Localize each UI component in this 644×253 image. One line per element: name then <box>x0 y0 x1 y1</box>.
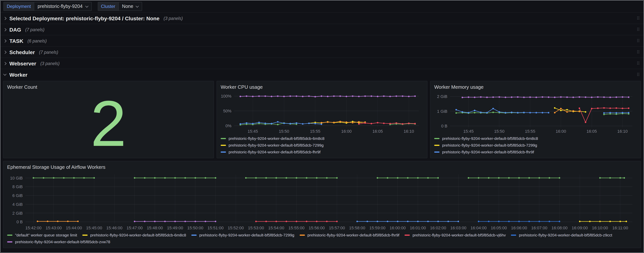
svg-text:15:45: 15:45 <box>463 129 474 134</box>
chevron-down-icon <box>85 4 88 8</box>
legend-item[interactable]: prehistoric-flyby-9204-worker-default-bf… <box>221 142 423 148</box>
row-drag-handle[interactable]: ⠿ <box>636 50 640 55</box>
svg-text:16:10: 16:10 <box>404 129 414 134</box>
row-task[interactable]: TASK (6 panels) ⠿ <box>0 35 644 46</box>
row-drag-handle[interactable]: ⠿ <box>636 38 640 44</box>
legend-item[interactable]: prehistoric-flyby-9204-worker-default-bf… <box>300 232 400 238</box>
worker-cpu-panel: Worker CPU usage 15:4515:5015:5516:0016:… <box>216 81 428 158</box>
svg-text:15:47:00: 15:47:00 <box>126 226 143 230</box>
series-color-marker <box>7 234 12 236</box>
svg-text:15:54:00: 15:54:00 <box>268 226 284 230</box>
legend-item[interactable]: prehistoric-flyby-9204-worker-default-bf… <box>434 142 637 148</box>
legend-item[interactable]: prehistoric-flyby-9204-worker-default-bf… <box>221 136 423 141</box>
svg-text:0%: 0% <box>226 124 232 128</box>
svg-text:15:50: 15:50 <box>279 129 289 134</box>
row-drag-handle[interactable]: ⠿ <box>636 27 640 32</box>
series-color-marker <box>82 234 88 236</box>
deployment-variable: Deployment prehistoric-flyby-9204 <box>4 2 92 11</box>
legend-item[interactable]: prehistoric-flyby-9204-worker-default-bf… <box>221 149 423 155</box>
chevron-right-icon <box>4 50 6 54</box>
row-title: TASK <box>10 38 23 44</box>
series-color-marker <box>405 234 410 236</box>
svg-text:16:00: 16:00 <box>341 129 352 134</box>
row-worker[interactable]: Worker ⠿ <box>0 69 644 80</box>
cluster-variable-label: Cluster <box>98 2 118 11</box>
legend-item[interactable]: prehistoric-flyby-9204-worker-default-bf… <box>434 136 637 141</box>
legend-item[interactable]: prehistoric-flyby-9204-worker-default-bf… <box>511 232 612 238</box>
legend-item[interactable]: prehistoric-flyby-9204-worker-default-bf… <box>7 239 110 245</box>
svg-text:15:59:00: 15:59:00 <box>369 226 386 230</box>
row-dag[interactable]: DAG (7 panels) ⠿ <box>0 24 644 35</box>
legend-item[interactable]: prehistoric-flyby-9204-worker-default-bf… <box>434 149 637 155</box>
svg-text:8 GiB: 8 GiB <box>12 184 23 189</box>
chevron-right-icon <box>4 28 6 31</box>
row-panel-count: (7 panels) <box>39 50 58 54</box>
svg-text:0 B: 0 B <box>16 220 23 224</box>
svg-text:16:11:00: 16:11:00 <box>612 226 628 230</box>
series-color-marker <box>7 241 12 242</box>
svg-text:16:07:00: 16:07:00 <box>531 226 548 230</box>
ephemeral-storage-legend: "default" worker queue storage limit pre… <box>7 231 637 245</box>
svg-text:10 GiB: 10 GiB <box>10 176 23 180</box>
svg-text:16:04:00: 16:04:00 <box>470 226 487 230</box>
svg-text:2 GiB: 2 GiB <box>437 94 448 99</box>
row-panel-count: (7 panels) <box>25 27 44 32</box>
cluster-variable-value: None <box>122 4 133 9</box>
row-panel-count: (3 panels) <box>164 16 183 20</box>
series-name: "default" worker queue storage limit <box>15 232 77 238</box>
cluster-variable-select[interactable]: None <box>118 2 142 11</box>
row-drag-handle[interactable]: ⠿ <box>636 72 640 77</box>
row-drag-handle[interactable]: ⠿ <box>636 16 640 21</box>
row-title: DAG <box>10 26 21 32</box>
svg-text:2 GiB: 2 GiB <box>12 211 23 216</box>
panel-title-worker-memory[interactable]: Worker Memory usage <box>434 84 637 91</box>
worker-count-panel: Worker Count 2 <box>3 81 214 158</box>
row-scheduler[interactable]: Scheduler (7 panels) ⠿ <box>0 46 644 58</box>
series-name: prehistoric-flyby-9204-worker-default-bf… <box>412 232 506 238</box>
chevron-down-icon <box>136 4 139 8</box>
panel-title-ephemeral-storage[interactable]: Ephemeral Storage Usage of Airflow Worke… <box>7 164 637 171</box>
chevron-right-icon <box>4 62 6 65</box>
svg-text:16:10: 16:10 <box>617 129 628 134</box>
grafana-dashboard: Deployment prehistoric-flyby-9204 Cluste… <box>0 0 644 253</box>
worker-cpu-usage-chart[interactable]: 15:4515:5015:5516:0016:0516:100%50%100% <box>221 91 423 134</box>
series-color-marker <box>221 152 226 153</box>
series-color-marker <box>434 138 440 139</box>
svg-text:15:44:00: 15:44:00 <box>66 226 82 230</box>
worker-memory-panel: Worker Memory usage 15:4515:5015:5516:00… <box>430 81 641 158</box>
row-webserver[interactable]: Webserver (3 panels) ⠿ <box>0 58 644 69</box>
svg-text:100%: 100% <box>221 94 232 98</box>
legend-item[interactable]: prehistoric-flyby-9204-worker-default-bf… <box>405 232 506 238</box>
ephemeral-storage-panel: Ephemeral Storage Usage of Airflow Worke… <box>3 161 641 248</box>
legend-item[interactable]: prehistoric-flyby-9204-worker-default-bf… <box>191 232 294 238</box>
worker-memory-usage-chart[interactable]: 15:4515:5015:5516:0016:0516:100 B1 GiB2 … <box>434 91 637 134</box>
worker-panels-grid: Worker Count 2 Worker CPU usage 15:4515:… <box>0 80 644 252</box>
row-drag-handle[interactable]: ⠿ <box>636 61 640 66</box>
svg-text:16:08:00: 16:08:00 <box>552 226 568 230</box>
series-color-marker <box>434 152 440 153</box>
legend-item[interactable]: "default" worker queue storage limit <box>7 232 77 238</box>
deployment-variable-label: Deployment <box>4 2 34 11</box>
chevron-down-icon <box>4 72 6 76</box>
svg-text:15:42:00: 15:42:00 <box>26 226 42 230</box>
series-color-marker <box>221 145 226 146</box>
deployment-variable-select[interactable]: prehistoric-flyby-9204 <box>34 2 92 11</box>
panel-title-worker-cpu[interactable]: Worker CPU usage <box>221 84 423 91</box>
svg-text:15:58:00: 15:58:00 <box>349 226 365 230</box>
svg-text:0 B: 0 B <box>441 124 448 128</box>
deployment-variable-value: prehistoric-flyby-9204 <box>38 4 82 9</box>
svg-text:15:45: 15:45 <box>248 129 258 134</box>
series-color-marker <box>221 138 226 139</box>
svg-text:16:05:00: 16:05:00 <box>491 226 507 230</box>
series-name: prehistoric-flyby-9204-worker-default-bf… <box>90 232 186 238</box>
series-name: prehistoric-flyby-9204-worker-default-bf… <box>442 149 534 155</box>
legend-item[interactable]: prehistoric-flyby-9204-worker-default-bf… <box>82 232 186 238</box>
chevron-right-icon <box>4 17 6 20</box>
svg-text:16:05: 16:05 <box>586 129 597 134</box>
row-panel-count: (3 panels) <box>40 61 60 66</box>
worker-cpu-legend: prehistoric-flyby-9204-worker-default-bf… <box>221 134 423 155</box>
ephemeral-storage-chart[interactable]: 15:42:0015:43:0015:44:0015:45:0015:46:00… <box>7 171 637 231</box>
svg-text:15:50:00: 15:50:00 <box>187 226 204 230</box>
row-selected-deployment[interactable]: Selected Deployment: prehistoric-flyby-9… <box>0 12 644 24</box>
svg-text:15:51:00: 15:51:00 <box>208 226 224 230</box>
